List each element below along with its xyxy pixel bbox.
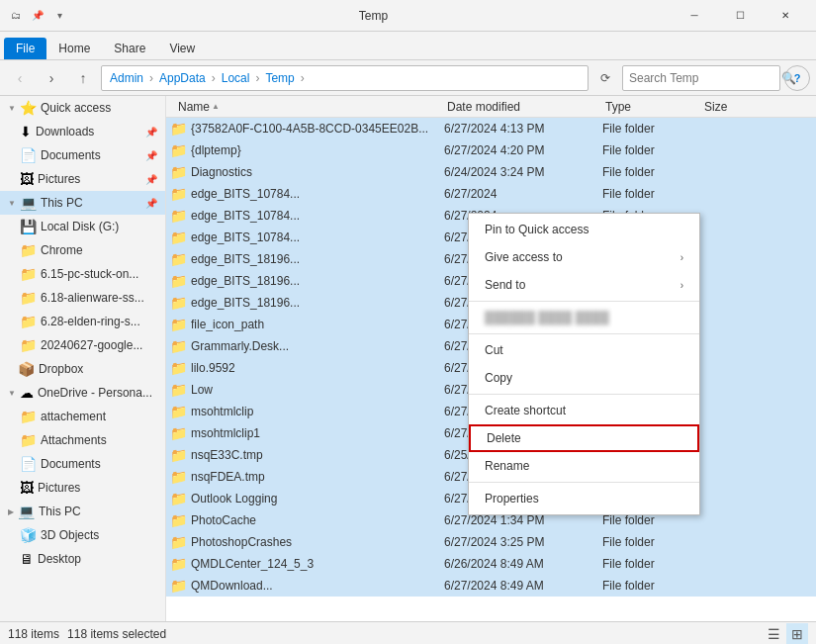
folder-icon: 📁	[170, 512, 187, 528]
sidebar-item-desktop[interactable]: 🖥 Desktop	[0, 547, 165, 571]
pin-icon: 📌	[145, 150, 157, 161]
sidebar-item-attachment[interactable]: 📁 attachement	[0, 405, 165, 428]
sidebar-item-628[interactable]: 📁 6.28-elden-ring-s...	[0, 310, 165, 333]
sidebar-item-pictures2[interactable]: 🖼 Pictures	[0, 476, 165, 500]
window-title: Temp	[75, 9, 672, 23]
minimize-button[interactable]: ─	[672, 0, 717, 32]
sidebar-item-this-pc2[interactable]: ▶ 💻 This PC	[0, 500, 165, 523]
context-menu-item-cut[interactable]: Cut	[469, 336, 699, 364]
expand-icon: ▼	[8, 389, 16, 398]
sidebar-label: 20240627-google...	[41, 338, 142, 352]
forward-button[interactable]: ›	[38, 64, 65, 92]
expand-icon: ▼	[8, 199, 16, 208]
app-icon: 🗂	[8, 8, 24, 24]
address-admin[interactable]: Admin	[110, 71, 143, 85]
sidebar-item-chrome[interactable]: 📁 Chrome	[0, 238, 165, 262]
context-menu-item-pin-quick-access[interactable]: Pin to Quick access	[469, 216, 699, 243]
context-menu-item-give-access[interactable]: Give access to›	[469, 243, 699, 271]
title-icon-2: 📌	[30, 8, 45, 24]
table-row[interactable]: 📁 QMDownload... 6/27/2024 8:49 AM File f…	[166, 575, 816, 597]
context-menu-item-send-to[interactable]: Send to›	[469, 271, 699, 299]
context-menu-item-delete[interactable]: Delete	[469, 424, 699, 452]
tab-share[interactable]: Share	[102, 38, 157, 59]
sidebar-item-this-pc[interactable]: ▼ 💻 This PC 📌	[0, 191, 165, 215]
sidebar-label: This PC	[39, 505, 81, 518]
sidebar-item-615[interactable]: 📁 6.15-pc-stuck-on...	[0, 262, 165, 286]
sidebar-label: Chrome	[41, 243, 83, 257]
col-name[interactable]: Name ▲	[170, 100, 447, 114]
main-area: ▼ ⭐ Quick access ⬇ Downloads 📌 📄 Documen…	[0, 96, 816, 621]
table-row[interactable]: 📁 {37582A0F-C100-4A5B-8CCD-0345EE02B... …	[166, 118, 816, 139]
status-icons: ☰ ⊞	[763, 623, 808, 645]
table-row[interactable]: 📁 PhotoshopCrashes 6/27/2024 3:25 PM Fil…	[166, 531, 816, 553]
folder-icon: 📁	[20, 266, 37, 282]
context-menu-item-blurred[interactable]: ██████ ████ ████	[469, 304, 699, 331]
folder-icon: 📁	[170, 425, 187, 441]
table-row[interactable]: 📁 {dlptemp} 6/27/2024 4:20 PM File folde…	[166, 139, 816, 161]
context-menu-item-copy[interactable]: Copy	[469, 364, 699, 392]
col-size[interactable]: Size	[704, 100, 783, 114]
file-name: QMDLCenter_124_5_3	[191, 557, 444, 571]
disk-icon: 💾	[20, 219, 37, 234]
view-tiles-button[interactable]: ⊞	[786, 623, 808, 645]
sidebar-item-documents2[interactable]: 📄 Documents	[0, 452, 165, 476]
sidebar-item-dropbox[interactable]: ▶ 📦 Dropbox	[0, 357, 165, 381]
tab-home[interactable]: Home	[46, 38, 102, 59]
file-type: File folder	[602, 143, 701, 157]
maximize-button[interactable]: ☐	[717, 0, 763, 32]
address-appdata[interactable]: AppData	[159, 71, 206, 85]
sidebar-item-attachments[interactable]: 📁 Attachments	[0, 428, 165, 452]
sidebar-label: Dropbox	[39, 362, 83, 376]
context-menu-item-create-shortcut[interactable]: Create shortcut	[469, 397, 699, 424]
folder-icon: 📁	[170, 295, 187, 311]
sidebar-item-documents[interactable]: 📄 Documents 📌	[0, 143, 165, 167]
folder-icon: 📁	[20, 242, 37, 258]
tab-view[interactable]: View	[157, 38, 207, 59]
address-local[interactable]: Local	[222, 71, 250, 85]
sidebar-item-local-disk[interactable]: 💾 Local Disk (G:)	[0, 215, 165, 238]
sidebar-item-quick-access[interactable]: ▼ ⭐ Quick access	[0, 96, 165, 120]
context-menu-separator	[469, 301, 699, 302]
sidebar-label: 6.28-elden-ring-s...	[41, 315, 140, 328]
ctx-item-label: Give access to	[485, 250, 563, 264]
address-bar[interactable]: Admin › AppData › Local › Temp ›	[101, 65, 589, 91]
ribbon: File Home Share View	[0, 32, 816, 60]
folder-icon: 📁	[20, 337, 37, 353]
address-temp[interactable]: Temp	[265, 71, 294, 85]
file-name: lilo.9592	[191, 361, 444, 375]
sidebar-item-618[interactable]: 📁 6.18-alienware-ss...	[0, 286, 165, 310]
help-button[interactable]: ?	[784, 65, 810, 91]
file-name: Diagnostics	[191, 165, 444, 179]
table-row[interactable]: 📁 Diagnostics 6/24/2024 3:24 PM File fol…	[166, 161, 816, 183]
dropbox-icon: 📦	[18, 361, 35, 377]
context-menu: Pin to Quick accessGive access to›Send t…	[468, 213, 700, 515]
view-details-button[interactable]: ☰	[763, 623, 784, 645]
context-menu-item-properties[interactable]: Properties	[469, 485, 699, 512]
col-type[interactable]: Type	[605, 100, 704, 114]
ctx-item-label: Send to	[485, 278, 525, 292]
col-date[interactable]: Date modified	[447, 100, 605, 114]
search-input[interactable]	[629, 71, 777, 85]
sidebar-item-onedrive[interactable]: ▼ ☁ OneDrive - Persona...	[0, 381, 165, 405]
file-type: File folder	[602, 535, 701, 549]
refresh-button[interactable]: ⟳	[592, 65, 618, 91]
close-button[interactable]: ✕	[763, 0, 808, 32]
back-button[interactable]: ‹	[6, 64, 34, 92]
sidebar-item-20240627[interactable]: 📁 20240627-google...	[0, 333, 165, 357]
ribbon-tabs: File Home Share View	[0, 32, 816, 59]
sidebar-item-pictures[interactable]: 🖼 Pictures 📌	[0, 167, 165, 191]
table-row[interactable]: 📁 QMDLCenter_124_5_3 6/26/2024 8:49 AM F…	[166, 553, 816, 575]
tab-file[interactable]: File	[4, 38, 46, 59]
table-row[interactable]: 📁 edge_BITS_10784... 6/27/2024 File fold…	[166, 183, 816, 205]
folder-icon: 📁	[170, 338, 187, 354]
file-name: Low	[191, 383, 444, 397]
sidebar-item-3d-objects[interactable]: 🧊 3D Objects	[0, 523, 165, 547]
file-type: File folder	[602, 579, 701, 593]
context-menu-item-rename[interactable]: Rename	[469, 452, 699, 480]
file-name: Grammarly.Desk...	[191, 339, 444, 353]
sidebar-item-downloads[interactable]: ⬇ Downloads 📌	[0, 120, 165, 143]
up-button[interactable]: ↑	[69, 64, 97, 92]
search-box[interactable]: 🔍	[622, 65, 780, 91]
file-type: File folder	[602, 122, 701, 136]
sidebar-label: Pictures	[38, 172, 80, 186]
